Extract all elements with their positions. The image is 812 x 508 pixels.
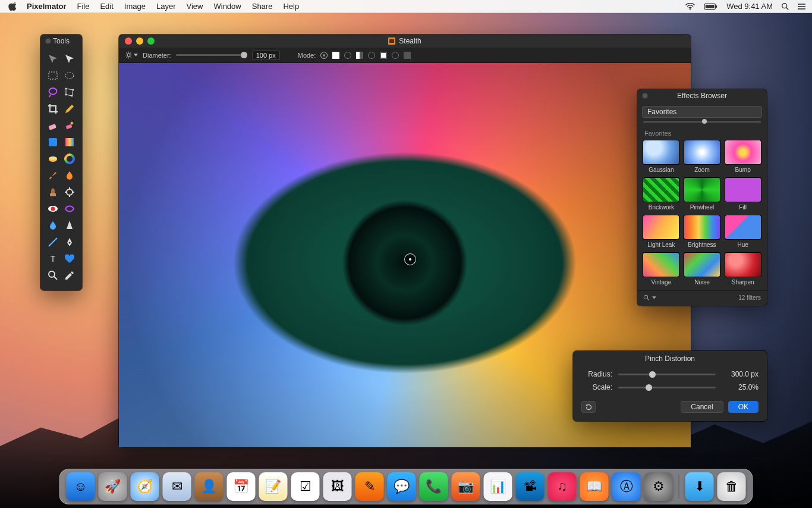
- wifi-icon[interactable]: [685, 3, 695, 10]
- diameter-slider[interactable]: [176, 54, 247, 56]
- dock-launchpad[interactable]: 🚀: [99, 472, 127, 501]
- menu-help[interactable]: Help: [283, 2, 299, 11]
- tool-lasso[interactable]: [45, 84, 61, 100]
- tool-rect-select[interactable]: [45, 68, 61, 83]
- effect-gaussian[interactable]: Gaussian: [643, 140, 679, 173]
- dock-appstore[interactable]: Ⓐ: [612, 472, 641, 501]
- effect-center-handle[interactable]: [404, 253, 416, 265]
- dock-safari[interactable]: 🧭: [131, 472, 159, 501]
- diameter-value[interactable]: 100 px: [252, 51, 280, 60]
- dock-pixelmator[interactable]: ✎: [355, 472, 384, 501]
- tool-heart[interactable]: [62, 251, 77, 266]
- radius-slider[interactable]: [618, 374, 716, 375]
- effect-bump[interactable]: Bump: [725, 140, 761, 173]
- tool-clone[interactable]: [45, 184, 61, 200]
- window-zoom-icon[interactable]: [147, 37, 155, 45]
- spotlight-icon[interactable]: [781, 2, 789, 11]
- tool-red-eye[interactable]: [45, 201, 61, 217]
- tool-eraser[interactable]: [45, 118, 61, 133]
- effect-pinwheel[interactable]: Pinwheel: [684, 178, 720, 211]
- tool-brush[interactable]: [45, 168, 61, 183]
- tool-paint-bucket[interactable]: [45, 151, 61, 167]
- dock-finder[interactable]: ☺: [67, 472, 95, 501]
- ok-button[interactable]: OK: [728, 401, 759, 413]
- menu-image[interactable]: Image: [124, 2, 146, 11]
- dock-contacts[interactable]: 👤: [195, 472, 224, 501]
- menubar-clock[interactable]: Wed 9:41 AM: [726, 2, 773, 11]
- tool-warp[interactable]: [62, 201, 77, 217]
- tools-header[interactable]: Tools: [40, 35, 82, 48]
- tool-blur[interactable]: [45, 218, 61, 233]
- tool-poly-lasso[interactable]: [62, 84, 77, 100]
- tool-pen[interactable]: [62, 234, 77, 250]
- tool-line[interactable]: [45, 234, 61, 250]
- dock-preview[interactable]: 🖼: [323, 472, 352, 501]
- dock-itunes[interactable]: ♫: [548, 472, 577, 501]
- tool-dodge[interactable]: [62, 184, 77, 200]
- effect-noise[interactable]: Noise: [684, 253, 720, 286]
- dock-photobooth[interactable]: 📷: [452, 472, 480, 501]
- battery-icon[interactable]: [704, 3, 718, 10]
- dock-keynote[interactable]: 📽: [516, 472, 545, 501]
- tool-magic-eraser[interactable]: [62, 118, 77, 133]
- scale-value[interactable]: 25.0%: [722, 383, 759, 391]
- tool-crop[interactable]: [45, 101, 61, 117]
- dock-numbers[interactable]: 📊: [484, 472, 512, 501]
- effect-vintage[interactable]: Vintage: [643, 253, 679, 286]
- tool-type[interactable]: T: [45, 251, 61, 266]
- tool-move[interactable]: [45, 51, 61, 67]
- menu-app[interactable]: Pixelmator: [27, 2, 66, 11]
- radius-value[interactable]: 300.0 px: [722, 370, 759, 378]
- tool-shape[interactable]: [45, 134, 61, 150]
- mode-option-3[interactable]: [368, 52, 375, 59]
- menu-view[interactable]: View: [187, 2, 203, 11]
- dock-downloads[interactable]: ⬇: [685, 472, 714, 501]
- dock-messages[interactable]: 💬: [388, 472, 416, 501]
- apple-menu[interactable]: [8, 2, 16, 11]
- tool-arrow[interactable]: [62, 51, 77, 67]
- close-icon[interactable]: [642, 93, 648, 99]
- menu-window[interactable]: Window: [213, 2, 241, 11]
- dock-calendar[interactable]: 📅: [227, 472, 256, 501]
- tool-ellipse-select[interactable]: [62, 68, 77, 83]
- tool-zoom[interactable]: [45, 268, 61, 283]
- dock-reminders[interactable]: ☑: [291, 472, 320, 501]
- menu-edit[interactable]: Edit: [100, 2, 113, 11]
- scale-slider[interactable]: [618, 387, 716, 388]
- tool-color-wheel[interactable]: [62, 151, 77, 167]
- cancel-button[interactable]: Cancel: [681, 401, 723, 413]
- close-icon[interactable]: [45, 38, 51, 44]
- effect-fill[interactable]: Fill: [725, 178, 761, 211]
- tool-pencil[interactable]: [62, 101, 77, 117]
- dock-ibooks[interactable]: 📖: [580, 472, 609, 501]
- effect-hue[interactable]: Hue: [725, 215, 761, 248]
- menu-file[interactable]: File: [77, 2, 89, 11]
- gear-icon[interactable]: [125, 51, 138, 59]
- window-close-icon[interactable]: [125, 37, 132, 45]
- tool-gradient[interactable]: [62, 134, 77, 150]
- thumbnail-size-slider[interactable]: [643, 120, 761, 124]
- reset-button[interactable]: [581, 401, 596, 413]
- dock-facetime[interactable]: 📞: [420, 472, 448, 501]
- dock-notes[interactable]: 📝: [259, 472, 288, 501]
- dock-trash[interactable]: 🗑: [717, 472, 746, 501]
- dock-mail[interactable]: ✉: [163, 472, 191, 501]
- effects-header[interactable]: Effects Browser: [637, 89, 767, 102]
- window-minimize-icon[interactable]: [136, 37, 143, 45]
- effect-controls-title[interactable]: Pinch Distortion: [573, 351, 767, 368]
- tool-eyedropper[interactable]: [62, 268, 77, 283]
- tool-burn[interactable]: [62, 168, 77, 183]
- effect-sharpen[interactable]: Sharpen: [725, 253, 761, 286]
- menu-layer[interactable]: Layer: [156, 2, 176, 11]
- effect-brightness[interactable]: Brightness: [684, 215, 720, 248]
- effect-brickwork[interactable]: Brickwork: [643, 178, 679, 211]
- notification-center-icon[interactable]: [798, 3, 806, 10]
- mode-option-4[interactable]: [392, 52, 399, 59]
- effect-zoom[interactable]: Zoom: [684, 140, 720, 173]
- effects-category-select[interactable]: Favorites: [642, 106, 762, 118]
- tool-sharpen[interactable]: [62, 218, 77, 233]
- effects-search[interactable]: [643, 294, 656, 301]
- mode-option-2[interactable]: [344, 52, 351, 59]
- titlebar[interactable]: Stealth: [119, 35, 691, 48]
- dock-settings[interactable]: ⚙: [644, 472, 673, 501]
